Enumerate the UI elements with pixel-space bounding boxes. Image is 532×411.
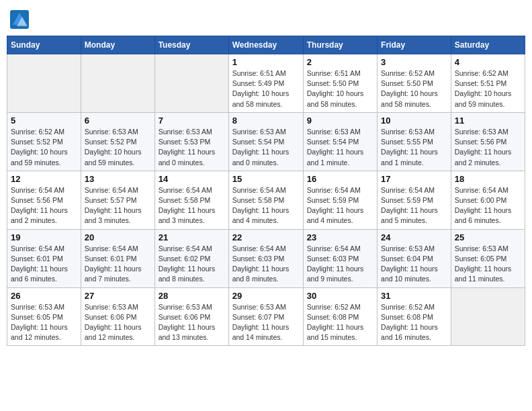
- weekday-wednesday: Wednesday: [228, 36, 303, 54]
- day-number: 24: [381, 232, 447, 242]
- calendar-cell: 7Sunrise: 6:53 AMSunset: 5:53 PMDaylight…: [154, 112, 228, 171]
- day-number: 12: [11, 174, 77, 184]
- day-info: Sunrise: 6:53 AMSunset: 6:07 PMDaylight:…: [232, 302, 300, 343]
- calendar-cell: 12Sunrise: 6:54 AMSunset: 5:56 PMDayligh…: [7, 171, 81, 229]
- calendar-cell: 23Sunrise: 6:54 AMSunset: 6:03 PMDayligh…: [303, 229, 377, 287]
- day-info: Sunrise: 6:53 AMSunset: 5:53 PMDaylight:…: [159, 127, 225, 168]
- calendar-cell: 25Sunrise: 6:53 AMSunset: 6:05 PMDayligh…: [451, 229, 525, 287]
- day-number: 9: [307, 116, 373, 126]
- calendar-cell: 5Sunrise: 6:52 AMSunset: 5:52 PMDaylight…: [7, 112, 81, 171]
- weekday-tuesday: Tuesday: [154, 36, 228, 54]
- calendar-cell: [81, 54, 154, 113]
- day-info: Sunrise: 6:54 AMSunset: 6:01 PMDaylight:…: [85, 244, 151, 285]
- day-info: Sunrise: 6:53 AMSunset: 6:04 PMDaylight:…: [381, 244, 447, 285]
- calendar-cell: 29Sunrise: 6:53 AMSunset: 6:07 PMDayligh…: [228, 287, 303, 346]
- day-number: 19: [11, 232, 77, 242]
- calendar-cell: 11Sunrise: 6:53 AMSunset: 5:56 PMDayligh…: [451, 112, 525, 171]
- day-info: Sunrise: 6:51 AMSunset: 5:49 PMDaylight:…: [232, 68, 300, 109]
- calendar-cell: 8Sunrise: 6:53 AMSunset: 5:54 PMDaylight…: [228, 112, 303, 171]
- week-row-1: 1Sunrise: 6:51 AMSunset: 5:49 PMDaylight…: [7, 54, 525, 113]
- day-number: 17: [381, 174, 447, 184]
- calendar-cell: 14Sunrise: 6:54 AMSunset: 5:58 PMDayligh…: [154, 171, 228, 229]
- weekday-saturday: Saturday: [451, 36, 525, 54]
- calendar-cell: 31Sunrise: 6:52 AMSunset: 6:08 PMDayligh…: [378, 287, 451, 346]
- day-info: Sunrise: 6:54 AMSunset: 6:03 PMDaylight:…: [232, 244, 300, 285]
- day-number: 30: [307, 291, 373, 301]
- day-info: Sunrise: 6:54 AMSunset: 6:01 PMDaylight:…: [11, 244, 77, 285]
- week-row-4: 19Sunrise: 6:54 AMSunset: 6:01 PMDayligh…: [7, 229, 525, 287]
- day-number: 14: [159, 174, 225, 184]
- day-info: Sunrise: 6:53 AMSunset: 5:54 PMDaylight:…: [232, 127, 300, 168]
- calendar-cell: 28Sunrise: 6:53 AMSunset: 6:06 PMDayligh…: [154, 287, 228, 346]
- day-info: Sunrise: 6:52 AMSunset: 5:52 PMDaylight:…: [11, 127, 77, 168]
- day-info: Sunrise: 6:52 AMSunset: 6:08 PMDaylight:…: [381, 302, 447, 343]
- day-number: 31: [381, 291, 447, 301]
- day-number: 27: [85, 291, 151, 301]
- calendar-cell: 21Sunrise: 6:54 AMSunset: 6:02 PMDayligh…: [154, 229, 228, 287]
- day-number: 7: [159, 116, 225, 126]
- calendar-cell: 18Sunrise: 6:54 AMSunset: 6:00 PMDayligh…: [451, 171, 525, 229]
- day-number: 25: [455, 232, 521, 242]
- calendar-cell: [154, 54, 228, 113]
- page-header: [7, 7, 525, 29]
- day-info: Sunrise: 6:53 AMSunset: 6:05 PMDaylight:…: [11, 302, 77, 343]
- day-number: 22: [232, 232, 300, 242]
- day-info: Sunrise: 6:53 AMSunset: 5:55 PMDaylight:…: [381, 127, 447, 168]
- day-number: 26: [11, 291, 77, 301]
- day-info: Sunrise: 6:54 AMSunset: 5:59 PMDaylight:…: [381, 185, 447, 226]
- calendar-cell: 15Sunrise: 6:54 AMSunset: 5:58 PMDayligh…: [228, 171, 303, 229]
- day-info: Sunrise: 6:54 AMSunset: 6:02 PMDaylight:…: [159, 244, 225, 285]
- day-info: Sunrise: 6:52 AMSunset: 6:08 PMDaylight:…: [307, 302, 373, 343]
- day-number: 13: [85, 174, 151, 184]
- day-number: 6: [85, 116, 151, 126]
- day-info: Sunrise: 6:54 AMSunset: 5:56 PMDaylight:…: [11, 185, 77, 226]
- calendar-cell: 13Sunrise: 6:54 AMSunset: 5:57 PMDayligh…: [81, 171, 154, 229]
- day-info: Sunrise: 6:54 AMSunset: 5:58 PMDaylight:…: [232, 185, 300, 226]
- day-info: Sunrise: 6:52 AMSunset: 5:51 PMDaylight:…: [455, 68, 521, 109]
- calendar-cell: 6Sunrise: 6:53 AMSunset: 5:52 PMDaylight…: [81, 112, 154, 171]
- calendar-cell: 19Sunrise: 6:54 AMSunset: 6:01 PMDayligh…: [7, 229, 81, 287]
- calendar-cell: [451, 287, 525, 346]
- day-number: 21: [159, 232, 225, 242]
- day-number: 10: [381, 116, 447, 126]
- weekday-header-row: SundayMondayTuesdayWednesdayThursdayFrid…: [7, 36, 525, 54]
- week-row-5: 26Sunrise: 6:53 AMSunset: 6:05 PMDayligh…: [7, 287, 525, 346]
- day-number: 23: [307, 232, 373, 242]
- day-info: Sunrise: 6:54 AMSunset: 5:57 PMDaylight:…: [85, 185, 151, 226]
- calendar-header: SundayMondayTuesdayWednesdayThursdayFrid…: [7, 36, 525, 54]
- day-info: Sunrise: 6:53 AMSunset: 5:56 PMDaylight:…: [455, 127, 521, 168]
- weekday-sunday: Sunday: [7, 36, 81, 54]
- weekday-friday: Friday: [378, 36, 451, 54]
- calendar-cell: 3Sunrise: 6:52 AMSunset: 5:50 PMDaylight…: [378, 54, 451, 113]
- calendar-body: 1Sunrise: 6:51 AMSunset: 5:49 PMDaylight…: [7, 54, 525, 346]
- day-number: 29: [232, 291, 300, 301]
- day-number: 11: [455, 116, 521, 126]
- calendar-cell: 30Sunrise: 6:52 AMSunset: 6:08 PMDayligh…: [303, 287, 377, 346]
- week-row-2: 5Sunrise: 6:52 AMSunset: 5:52 PMDaylight…: [7, 112, 525, 171]
- day-info: Sunrise: 6:53 AMSunset: 6:06 PMDaylight:…: [85, 302, 151, 343]
- day-info: Sunrise: 6:53 AMSunset: 5:52 PMDaylight:…: [85, 127, 151, 168]
- day-number: 16: [307, 174, 373, 184]
- week-row-3: 12Sunrise: 6:54 AMSunset: 5:56 PMDayligh…: [7, 171, 525, 229]
- logo: [10, 10, 30, 29]
- day-info: Sunrise: 6:54 AMSunset: 5:58 PMDaylight:…: [159, 185, 225, 226]
- day-info: Sunrise: 6:54 AMSunset: 5:59 PMDaylight:…: [307, 185, 373, 226]
- calendar-cell: 2Sunrise: 6:51 AMSunset: 5:50 PMDaylight…: [303, 54, 377, 113]
- day-info: Sunrise: 6:52 AMSunset: 5:50 PMDaylight:…: [381, 68, 447, 109]
- day-number: 20: [85, 232, 151, 242]
- day-info: Sunrise: 6:53 AMSunset: 6:05 PMDaylight:…: [455, 244, 521, 285]
- calendar-cell: 1Sunrise: 6:51 AMSunset: 5:49 PMDaylight…: [228, 54, 303, 113]
- calendar-cell: 22Sunrise: 6:54 AMSunset: 6:03 PMDayligh…: [228, 229, 303, 287]
- calendar-cell: 4Sunrise: 6:52 AMSunset: 5:51 PMDaylight…: [451, 54, 525, 113]
- calendar-cell: 26Sunrise: 6:53 AMSunset: 6:05 PMDayligh…: [7, 287, 81, 346]
- day-info: Sunrise: 6:54 AMSunset: 6:03 PMDaylight:…: [307, 244, 373, 285]
- day-info: Sunrise: 6:51 AMSunset: 5:50 PMDaylight:…: [307, 68, 373, 109]
- calendar-cell: 20Sunrise: 6:54 AMSunset: 6:01 PMDayligh…: [81, 229, 154, 287]
- calendar-cell: 17Sunrise: 6:54 AMSunset: 5:59 PMDayligh…: [378, 171, 451, 229]
- weekday-monday: Monday: [81, 36, 154, 54]
- day-number: 8: [232, 116, 300, 126]
- day-number: 2: [307, 57, 373, 67]
- day-info: Sunrise: 6:54 AMSunset: 6:00 PMDaylight:…: [455, 185, 521, 226]
- logo-icon: [10, 10, 29, 29]
- day-number: 4: [455, 57, 521, 67]
